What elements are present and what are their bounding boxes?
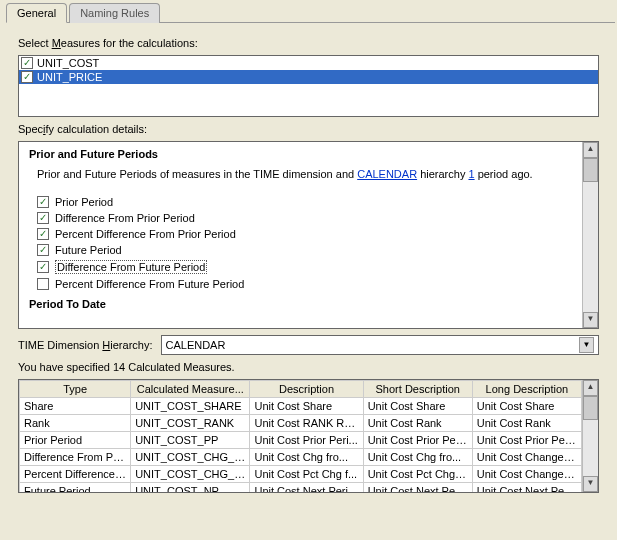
table-cell: Unit Cost Prior Peri... (250, 432, 363, 449)
table-cell: Unit Cost Pct Chg f... (363, 466, 472, 483)
check-label: Percent Difference From Prior Period (55, 228, 236, 240)
measure-label: UNIT_PRICE (37, 71, 102, 83)
table-cell: Percent Difference ... (20, 466, 131, 483)
dimension-hierarchy-label: TIME Dimension Hierarchy: (18, 339, 153, 351)
checkbox[interactable]: ✓ (37, 196, 49, 208)
table-cell: UNIT_COST_NP (131, 483, 250, 493)
table-cell: Unit Cost Chg fro... (250, 449, 363, 466)
table-cell: Unit Cost Share (250, 398, 363, 415)
check-item[interactable]: ✓Difference From Prior Period (37, 210, 572, 226)
column-header[interactable]: Description (250, 381, 363, 398)
scroll-down-button[interactable]: ▼ (583, 476, 598, 492)
period-to-date-title: Period To Date (29, 298, 572, 310)
summary-label: You have specified 14 Calculated Measure… (18, 361, 599, 373)
details-scrollbar[interactable]: ▲ ▼ (582, 142, 598, 328)
calendar-link[interactable]: CALENDAR (357, 168, 417, 180)
tab-bar: General Naming Rules (6, 2, 615, 23)
table-cell: Unit Cost Prior Peri... (363, 432, 472, 449)
table-row[interactable]: Prior PeriodUNIT_COST_PPUnit Cost Prior … (20, 432, 582, 449)
checkbox[interactable]: ✓ (37, 212, 49, 224)
table-cell: Unit Cost Pct Chg f... (250, 466, 363, 483)
table-row[interactable]: Future PeriodUNIT_COST_NPUnit Cost Next … (20, 483, 582, 493)
check-item[interactable]: ✓Percent Difference From Future Period (37, 276, 572, 292)
check-label: Difference From Prior Period (55, 212, 195, 224)
measure-row[interactable]: ✓UNIT_PRICE (19, 70, 598, 84)
table-cell: Unit Cost Prior Peri... (472, 432, 581, 449)
chevron-down-icon: ▼ (579, 337, 594, 353)
select-measures-label: Select Measures for the calculations: (18, 37, 599, 49)
table-cell: Unit Cost Next Peri... (472, 483, 581, 493)
scroll-up-button[interactable]: ▲ (583, 142, 598, 158)
period-checklist: ✓Prior Period✓Difference From Prior Peri… (37, 194, 572, 292)
check-item[interactable]: ✓Difference From Future Period (37, 258, 572, 276)
tab-general[interactable]: General (6, 3, 67, 23)
table-cell: Unit Cost Rank (472, 415, 581, 432)
checkbox[interactable]: ✓ (21, 57, 33, 69)
table-cell: UNIT_COST_RANK (131, 415, 250, 432)
calculated-measures-table: TypeCalculated Measure...DescriptionShor… (18, 379, 599, 493)
specify-details-label: Specify calculation details: (18, 123, 599, 135)
table-cell: Unit Cost Rank (363, 415, 472, 432)
checkbox[interactable]: ✓ (37, 261, 49, 273)
check-item[interactable]: ✓Future Period (37, 242, 572, 258)
table-cell: Rank (20, 415, 131, 432)
check-label: Future Period (55, 244, 122, 256)
select-value: CALENDAR (166, 339, 226, 351)
check-label: Prior Period (55, 196, 113, 208)
table-cell: Unit Cost Share (363, 398, 472, 415)
table-cell: UNIT_COST_PP (131, 432, 250, 449)
table-cell: Difference From Pri... (20, 449, 131, 466)
check-item[interactable]: ✓Percent Difference From Prior Period (37, 226, 572, 242)
checkbox[interactable]: ✓ (21, 71, 33, 83)
table-cell: Prior Period (20, 432, 131, 449)
table-row[interactable]: Difference From Pri...UNIT_COST_CHG_PPUn… (20, 449, 582, 466)
table-cell: Future Period (20, 483, 131, 493)
table-cell: Unit Cost Change f... (472, 466, 581, 483)
measure-label: UNIT_COST (37, 57, 99, 69)
table-cell: Unit Cost Change f... (472, 449, 581, 466)
table-cell: Share (20, 398, 131, 415)
check-item[interactable]: ✓Prior Period (37, 194, 572, 210)
section-text: Prior and Future Periods of measures in … (37, 166, 564, 184)
table-scrollbar[interactable]: ▲ ▼ (582, 380, 598, 492)
table-cell: Unit Cost Next Peri... (250, 483, 363, 493)
check-label: Percent Difference From Future Period (55, 278, 244, 290)
table-cell: Unit Cost Share (472, 398, 581, 415)
table-cell: UNIT_COST_SHARE (131, 398, 250, 415)
scroll-down-button[interactable]: ▼ (583, 312, 598, 328)
column-header[interactable]: Long Description (472, 381, 581, 398)
scroll-up-button[interactable]: ▲ (583, 380, 598, 396)
check-label: Difference From Future Period (55, 260, 207, 274)
table-row[interactable]: Percent Difference ...UNIT_COST_CHG_PPUn… (20, 466, 582, 483)
scroll-thumb[interactable] (583, 158, 598, 182)
dimension-hierarchy-select[interactable]: CALENDAR ▼ (161, 335, 600, 355)
column-header[interactable]: Short Description (363, 381, 472, 398)
measures-list[interactable]: ✓UNIT_COST✓UNIT_PRICE (18, 55, 599, 117)
table-cell: Unit Cost Chg fro... (363, 449, 472, 466)
scroll-thumb[interactable] (583, 396, 598, 420)
table-row[interactable]: RankUNIT_COST_RANKUnit Cost RANK RankUni… (20, 415, 582, 432)
column-header[interactable]: Calculated Measure... (131, 381, 250, 398)
calculation-details-panel: Prior and Future Periods Prior and Futur… (18, 141, 599, 329)
table-cell: Unit Cost RANK Rank (250, 415, 363, 432)
measure-row[interactable]: ✓UNIT_COST (19, 56, 598, 70)
column-header[interactable]: Type (20, 381, 131, 398)
section-title: Prior and Future Periods (29, 148, 572, 160)
checkbox[interactable]: ✓ (37, 228, 49, 240)
table-row[interactable]: ShareUNIT_COST_SHAREUnit Cost ShareUnit … (20, 398, 582, 415)
table-cell: UNIT_COST_CHG_PP (131, 466, 250, 483)
tab-naming-rules[interactable]: Naming Rules (69, 3, 160, 23)
checkbox[interactable]: ✓ (37, 244, 49, 256)
checkbox[interactable]: ✓ (37, 278, 49, 290)
table-cell: UNIT_COST_CHG_PP (131, 449, 250, 466)
table-cell: Unit Cost Next Peri... (363, 483, 472, 493)
